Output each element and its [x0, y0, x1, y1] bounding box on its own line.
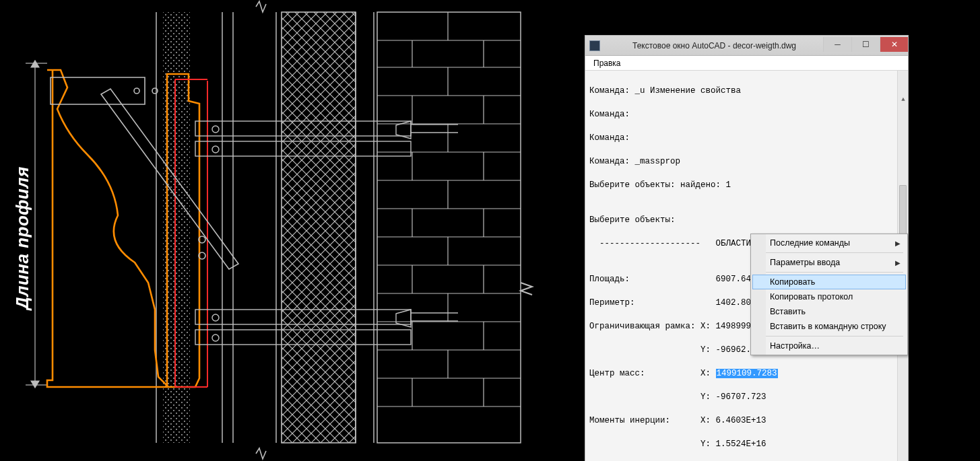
titlebar[interactable]: Текстовое окно AutoCAD - decor-weigth.dw… [585, 36, 908, 56]
cm-paste[interactable]: Вставить [752, 304, 906, 319]
output-line: Команда: [589, 133, 904, 145]
minimize-button[interactable]: ─ [823, 37, 851, 52]
output-line: Команда: [589, 109, 904, 121]
svg-point-62 [212, 146, 219, 153]
svg-point-68 [212, 334, 219, 341]
cm-label: Копировать протокол [770, 292, 853, 302]
output-line: Y: 1.5524E+16 [589, 439, 904, 451]
cm-recent-commands[interactable]: Последние команды ▶ [752, 236, 906, 250]
cad-drawing-svg [0, 0, 539, 461]
cm-label: Параметры ввода [770, 258, 840, 267]
cm-label: Копировать [770, 277, 815, 287]
output-line: Моменты инерции: X: 6.4603E+13 [589, 415, 904, 427]
cad-drawing-area[interactable]: Длина профиля [0, 0, 539, 461]
cm-label: Последние команды [770, 238, 850, 248]
cm-label: Настройка… [770, 341, 820, 351]
window-title: Текстовое окно AutoCAD - decor-weigth.dw… [606, 41, 823, 50]
cm-input-params[interactable]: Параметры ввода ▶ [752, 255, 906, 270]
menubar: Правка [585, 56, 908, 71]
context-menu: Последние команды ▶ Параметры ввода ▶ Ко… [750, 234, 908, 355]
submenu-arrow-icon: ▶ [895, 259, 901, 267]
output-line: Центр масс: X: 1499109.7283 [589, 368, 904, 380]
profile-length-label: Длина профиля [12, 166, 33, 310]
output-line: Выберите объекты: [589, 215, 904, 227]
svg-point-61 [212, 126, 219, 133]
output-line: Выберите объекты: найдено: 1 [589, 180, 904, 192]
app-icon [589, 40, 600, 51]
separator [755, 272, 903, 273]
submenu-arrow-icon: ▶ [895, 240, 901, 247]
cm-copy[interactable]: Копировать [752, 275, 906, 289]
svg-point-55 [134, 88, 139, 94]
cm-label: Вставить в командную строку [770, 322, 886, 331]
selected-text[interactable]: 1499109.7283 [716, 369, 778, 378]
output-line: Команда: _massprop [589, 156, 904, 168]
scroll-up-button[interactable]: ▲ [898, 94, 908, 105]
maximize-button[interactable]: ☐ [851, 37, 880, 52]
svg-point-67 [212, 314, 219, 321]
cm-copy-log[interactable]: Копировать протокол [752, 289, 906, 304]
separator [755, 252, 903, 253]
svg-point-56 [152, 88, 158, 94]
close-button[interactable]: ✕ [880, 37, 908, 52]
cm-settings[interactable]: Настройка… [752, 339, 906, 353]
menu-edit[interactable]: Правка [589, 57, 625, 69]
cm-paste-to-cmd[interactable]: Вставить в командную строку [752, 319, 906, 334]
cm-label: Вставить [770, 307, 806, 316]
output-line: Команда: _u Изменение свойства [589, 85, 904, 98]
output-line: Y: -96707.723 [589, 392, 904, 404]
separator [755, 336, 903, 336]
svg-rect-38 [282, 12, 356, 443]
